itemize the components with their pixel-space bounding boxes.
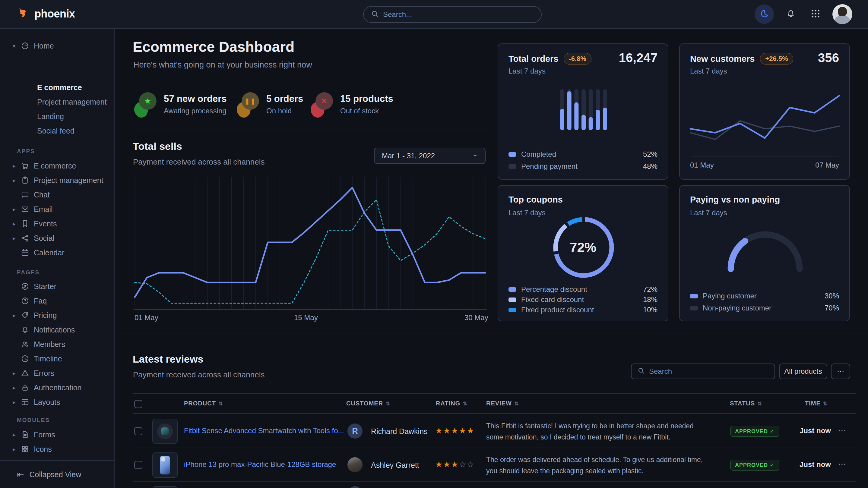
brand-logo[interactable]: phoenix: [17, 7, 75, 21]
sidebar-subitem-ecommerce[interactable]: E commerce: [37, 81, 82, 94]
legend-row: Pending payment 48%: [508, 162, 657, 171]
card-title: Total orders: [508, 54, 558, 64]
sidebar-item-members[interactable]: Members: [0, 337, 115, 352]
sidebar-item-chat[interactable]: Chat: [0, 188, 115, 202]
chevron-down-icon: [472, 152, 478, 159]
sidebar-item-calendar[interactable]: Calendar: [0, 246, 115, 260]
sidebar-item-label: Starter: [34, 282, 56, 291]
avatar-head-shape: [838, 7, 847, 17]
sidebar-item-errors[interactable]: Errors: [0, 366, 115, 380]
customer-avatar[interactable]: [347, 486, 363, 488]
page-subtitle: Here's what's going on at your business …: [133, 60, 312, 70]
product-thumbnail[interactable]: [152, 486, 178, 488]
stat-out-of-stock: ✕ 15 products Out of stock: [311, 92, 393, 118]
date-range-select[interactable]: Mar 1 - 31, 2022: [374, 148, 486, 164]
sidebar-item-project-management[interactable]: Project management: [0, 173, 115, 188]
all-products-button[interactable]: All products: [779, 363, 827, 379]
clock-icon: [21, 354, 34, 363]
column-header-customer[interactable]: CUSTOMER: [346, 400, 390, 407]
tag-icon: [21, 311, 34, 320]
card-title: Top coupons: [508, 195, 563, 205]
legend-row: Paying customer 30%: [690, 292, 839, 300]
sidebar-item-social[interactable]: Social: [0, 231, 115, 246]
user-avatar[interactable]: [832, 4, 852, 24]
theme-toggle-button[interactable]: [754, 4, 774, 24]
customer-avatar[interactable]: R: [347, 423, 363, 438]
global-search[interactable]: [363, 6, 542, 23]
sidebar-item-pricing[interactable]: Pricing: [0, 308, 115, 323]
column-header-review[interactable]: REVIEW: [486, 400, 519, 407]
apps-grid-button[interactable]: [808, 4, 824, 24]
sidebar-item-label: Faq: [34, 297, 47, 305]
stat-new-orders: ★ 57 new orders Awating processing: [134, 92, 226, 118]
row-checkbox[interactable]: [134, 461, 142, 469]
product-link[interactable]: iPhone 13 pro max-Pacific Blue-128GB sto…: [184, 460, 336, 469]
sidebar-item-ecommerce[interactable]: E commerce: [0, 159, 115, 173]
column-header-product[interactable]: PRODUCT: [184, 400, 223, 407]
sidebar-item-label: Email: [34, 205, 53, 214]
select-all-checkbox[interactable]: [134, 400, 142, 408]
sidebar-item-layouts[interactable]: Layouts: [0, 395, 115, 409]
column-header-status[interactable]: STATUS: [730, 400, 762, 407]
column-header-time[interactable]: TIME: [805, 400, 828, 407]
sidebar-item-icons[interactable]: Icons: [0, 442, 115, 456]
row-more-button[interactable]: ⋯: [838, 459, 846, 469]
card-value: 356: [818, 51, 839, 65]
search-input[interactable]: [383, 10, 534, 19]
sidebar-item-events[interactable]: Events: [0, 217, 115, 231]
rating-stars: ★★★★★: [435, 426, 475, 435]
paying-gauge-chart: [724, 227, 806, 272]
search-icon: [371, 10, 379, 19]
sidebar-item-email[interactable]: Email: [0, 202, 115, 217]
legend-value: 72%: [643, 285, 657, 294]
sidebar-item-label: Forms: [34, 430, 55, 439]
donut-center-value: 72%: [498, 240, 668, 255]
question-circle-icon: [21, 296, 34, 305]
collapse-sidebar-button[interactable]: Collapsed View: [0, 460, 114, 488]
warning-triangle-icon: [21, 369, 34, 378]
sidebar-item-label: Members: [34, 340, 65, 349]
chevron-right-icon: [13, 399, 21, 406]
sidebar-item-notifications[interactable]: Notifications: [0, 323, 115, 337]
sidebar-item-home[interactable]: Home: [0, 39, 115, 53]
sidebar-subitem-project-management[interactable]: Project management: [37, 95, 107, 108]
bookmark-icon: [21, 219, 34, 228]
customer-avatar[interactable]: [347, 457, 363, 472]
legend-label: Pending payment: [521, 162, 578, 171]
x-tick: 07 May: [815, 161, 839, 169]
total-sells-subtitle: Payment received across all channels: [133, 157, 265, 167]
sidebar-item-faq[interactable]: Faq: [0, 294, 115, 308]
total-sells-chart: [134, 175, 487, 321]
change-badge: +26.5%: [760, 53, 793, 65]
more-options-button[interactable]: ⋯: [831, 363, 850, 379]
sidebar-item-authentication[interactable]: Authentication: [0, 380, 115, 395]
reviews-search-input[interactable]: [649, 367, 769, 376]
sidebar-subitem-landing[interactable]: Landing: [37, 110, 64, 123]
phoenix-flame-icon: [17, 7, 30, 21]
product-link[interactable]: Fitbit Sense Advanced Smartwatch with To…: [184, 426, 344, 435]
chevron-right-icon: [13, 235, 21, 242]
avatar-initial: R: [352, 426, 358, 436]
product-thumbnail[interactable]: [152, 452, 178, 478]
share-icon: [21, 234, 34, 242]
rating-stars: ★★★☆☆: [435, 460, 475, 469]
reviews-search[interactable]: [631, 363, 775, 379]
stat-subtitle: Out of stock: [340, 107, 393, 115]
sidebar-subitem-social-feed[interactable]: Social feed: [37, 124, 74, 137]
sidebar-item-timeline[interactable]: Timeline: [0, 352, 115, 366]
row-checkbox[interactable]: [134, 427, 142, 435]
legend-row: Percentage discount 72%: [508, 285, 657, 294]
column-header-rating[interactable]: RATING: [436, 400, 467, 407]
nine-dots-grid-icon: [810, 8, 820, 20]
sidebar-item-label: Chat: [34, 191, 50, 199]
sidebar-section-pages: PAGES: [17, 269, 39, 276]
card-title: Paying vs non paying: [690, 195, 780, 205]
sidebar-item-label: Calendar: [34, 248, 64, 257]
product-thumbnail[interactable]: [152, 419, 178, 444]
row-more-button[interactable]: ⋯: [838, 425, 846, 435]
sidebar-item-forms[interactable]: Forms: [0, 427, 115, 442]
stat-title: 15 products: [340, 93, 393, 104]
notifications-button[interactable]: [783, 4, 799, 24]
sidebar-item-starter[interactable]: Starter: [0, 279, 115, 294]
stat-title: 57 new orders: [164, 93, 226, 104]
